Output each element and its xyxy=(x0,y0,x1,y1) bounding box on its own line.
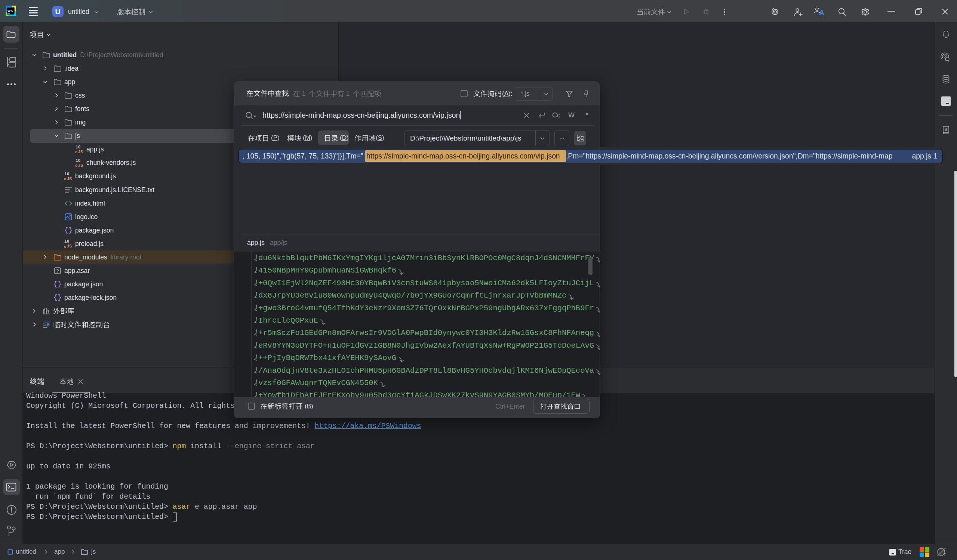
svg-text:?: ? xyxy=(56,268,59,274)
svg-text:A: A xyxy=(945,128,948,132)
svg-text:T: T xyxy=(944,553,946,557)
svg-text:WS: WS xyxy=(8,9,13,13)
